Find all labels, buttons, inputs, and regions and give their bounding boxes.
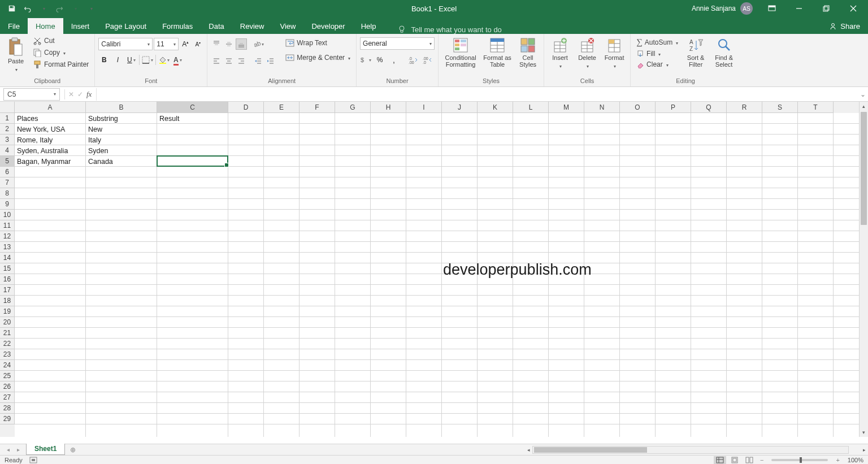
svg-rect-65: [528, 46, 535, 52]
paste-icon: [7, 37, 24, 57]
close-button[interactable]: [841, 0, 866, 17]
fill-color-button[interactable]: [158, 54, 170, 66]
merge-center-button[interactable]: Merge & Center: [283, 52, 353, 63]
tab-file[interactable]: File: [0, 18, 28, 34]
delete-cell-button[interactable]: Delete: [575, 35, 600, 69]
ribbon-display-options[interactable]: [760, 0, 784, 17]
undo-dropdown[interactable]: [36, 1, 51, 16]
decrease-decimal-button[interactable]: .00.0: [422, 54, 433, 66]
align-middle-button[interactable]: [223, 38, 235, 50]
format-cell-button[interactable]: Format: [602, 35, 627, 69]
format-label: Format: [605, 54, 624, 61]
ribbon-tabs: File Home Insert Page Layout Formulas Da…: [0, 17, 868, 34]
save-button[interactable]: [5, 1, 19, 16]
accounting-format-button[interactable]: $: [360, 54, 371, 66]
format-painter-label: Format Painter: [44, 60, 89, 68]
svg-rect-13: [36, 51, 41, 57]
format-painter-button[interactable]: Format Painter: [31, 59, 91, 70]
align-center-button[interactable]: [223, 55, 235, 67]
italic-button[interactable]: I: [112, 54, 123, 66]
decrease-font-button[interactable]: A▾: [192, 38, 203, 50]
increase-indent-button[interactable]: [265, 55, 276, 67]
fill-down-icon: [636, 50, 644, 58]
paste-button[interactable]: Paste: [3, 35, 28, 72]
svg-text:.00: .00: [423, 57, 428, 60]
undo-button[interactable]: [20, 1, 35, 16]
tab-formulas[interactable]: Formulas: [154, 18, 201, 34]
font-size-value: 11: [157, 40, 164, 48]
find-select-button[interactable]: Find & Select: [711, 35, 737, 68]
svg-text:A: A: [689, 39, 693, 45]
redo-dropdown[interactable]: [68, 1, 83, 16]
svg-rect-58: [491, 38, 504, 42]
cancel-formula-button[interactable]: ✕: [68, 90, 74, 98]
group-styles: Conditional Formatting Format as Table C…: [439, 34, 544, 86]
autosum-button[interactable]: ∑ AutoSum: [634, 36, 680, 48]
tab-developer[interactable]: Developer: [303, 18, 353, 34]
font-size-combo[interactable]: 11 ▾: [154, 38, 179, 50]
insert-function-button[interactable]: fx: [86, 90, 92, 99]
group-cells: Insert Delete Format Cells: [544, 34, 631, 86]
expand-formula-bar-button[interactable]: ⌄: [858, 90, 868, 98]
borders-button[interactable]: [142, 54, 153, 66]
cut-button[interactable]: Cut: [31, 35, 91, 46]
group-font: Calibri ▾ 11 ▾ A▴ A▾ B I U A: [95, 34, 207, 86]
tab-page-layout[interactable]: Page Layout: [97, 18, 154, 34]
comma-format-button[interactable]: ,: [388, 54, 400, 66]
group-label-cells: Cells: [548, 77, 627, 86]
insert-cell-button[interactable]: Insert: [548, 35, 572, 69]
copy-button[interactable]: Copy: [31, 47, 91, 58]
qat-customize[interactable]: [84, 1, 98, 16]
name-box[interactable]: C5 ▾: [3, 88, 60, 101]
cut-label: Cut: [44, 37, 55, 45]
tab-help[interactable]: Help: [353, 18, 384, 34]
decrease-indent-button[interactable]: [253, 55, 264, 67]
align-left-button[interactable]: [211, 55, 222, 67]
font-color-button[interactable]: A: [172, 54, 183, 66]
svg-rect-14: [34, 61, 40, 64]
increase-decimal-button[interactable]: .0.00: [407, 54, 419, 66]
cell-styles-label: Cell Styles: [515, 54, 540, 68]
lightbulb-icon: [397, 25, 406, 34]
fill-button[interactable]: Fill: [634, 49, 680, 59]
align-bottom-button[interactable]: [236, 38, 247, 50]
number-format-combo[interactable]: General ▾: [360, 37, 435, 50]
align-top-button[interactable]: [211, 38, 222, 50]
underline-button[interactable]: U: [125, 54, 137, 66]
wrap-text-button[interactable]: Wrap Text: [283, 37, 353, 49]
enter-formula-button[interactable]: ✓: [77, 90, 83, 98]
find-icon: [717, 37, 731, 53]
clear-button[interactable]: Clear: [634, 59, 680, 70]
user-name[interactable]: Annie Sanjana: [692, 5, 736, 12]
percent-format-button[interactable]: %: [374, 54, 385, 66]
minimize-button[interactable]: [787, 0, 811, 17]
redo-button[interactable]: [52, 1, 67, 16]
align-right-button[interactable]: [236, 55, 247, 67]
insert-cell-icon: [553, 37, 567, 53]
paste-dropdown-arrow: [14, 66, 18, 72]
group-label-clipboard: Clipboard: [3, 77, 91, 86]
user-avatar[interactable]: AS: [740, 2, 753, 15]
conditional-formatting-button[interactable]: Conditional Formatting: [442, 35, 479, 68]
tell-me-search[interactable]: Tell me what you want to do: [390, 25, 508, 34]
cell-styles-button[interactable]: Cell Styles: [515, 35, 540, 68]
svg-rect-63: [528, 38, 535, 45]
sort-label: Sort & Filter: [683, 54, 709, 68]
svg-rect-15: [36, 64, 38, 68]
maximize-button[interactable]: [814, 0, 839, 17]
increase-font-button[interactable]: A▴: [180, 38, 191, 50]
share-button[interactable]: Share: [821, 18, 868, 34]
sort-filter-button[interactable]: AZ Sort & Filter: [683, 35, 709, 68]
bold-button[interactable]: B: [98, 54, 110, 66]
tab-view[interactable]: View: [272, 18, 303, 34]
font-name-combo[interactable]: Calibri ▾: [98, 38, 153, 50]
format-as-table-button[interactable]: Format as Table: [481, 35, 513, 68]
group-editing: ∑ AutoSum Fill Clear AZ Sort & Filter: [631, 34, 740, 86]
tab-review[interactable]: Review: [232, 18, 272, 34]
orientation-button[interactable]: ab: [253, 38, 264, 50]
tab-data[interactable]: Data: [201, 18, 232, 34]
tab-insert[interactable]: Insert: [63, 18, 98, 34]
formula-input[interactable]: [96, 88, 858, 101]
group-number: General ▾ $ % , .0.00 .00.0 Number: [357, 34, 439, 86]
tab-home[interactable]: Home: [28, 18, 63, 34]
